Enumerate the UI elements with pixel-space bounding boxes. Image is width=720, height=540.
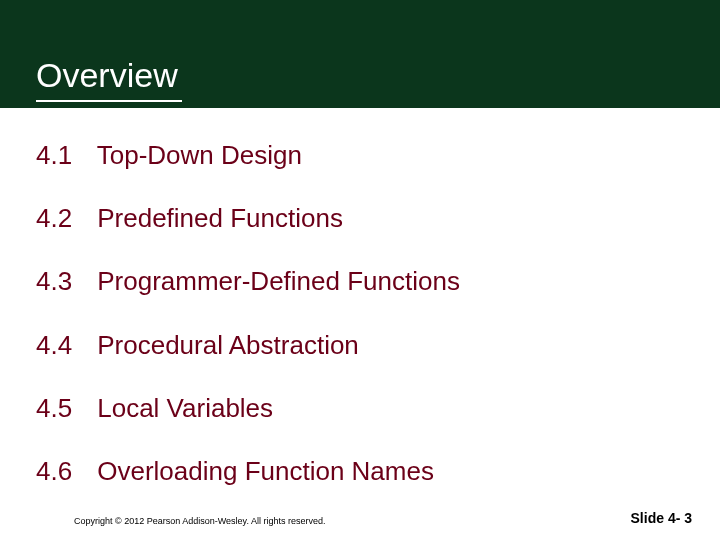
list-item: 4.5 Local Variables — [36, 393, 676, 424]
list-item: 4.6 Overloading Function Names — [36, 456, 676, 487]
footer: Copyright © 2012 Pearson Addison-Wesley.… — [0, 504, 720, 526]
title-underline — [36, 100, 182, 102]
item-number: 4.3 — [36, 266, 90, 297]
item-number: 4.1 — [36, 140, 90, 171]
page-title: Overview — [36, 56, 178, 95]
item-label: Top-Down Design — [97, 140, 302, 170]
item-number: 4.5 — [36, 393, 90, 424]
item-number: 4.6 — [36, 456, 90, 487]
slide-number: Slide 4- 3 — [631, 510, 692, 526]
list-item: 4.1 Top-Down Design — [36, 140, 676, 171]
item-label: Local Variables — [97, 393, 273, 423]
copyright-text: Copyright © 2012 Pearson Addison-Wesley.… — [74, 516, 325, 526]
slide: Overview 4.1 Top-Down Design 4.2 Predefi… — [0, 0, 720, 540]
item-number: 4.2 — [36, 203, 90, 234]
item-label: Overloading Function Names — [97, 456, 434, 486]
item-label: Predefined Functions — [97, 203, 343, 233]
item-label: Programmer-Defined Functions — [97, 266, 460, 296]
header-band: Overview — [0, 0, 720, 108]
item-number: 4.4 — [36, 330, 90, 361]
list-item: 4.2 Predefined Functions — [36, 203, 676, 234]
list-item: 4.3 Programmer-Defined Functions — [36, 266, 676, 297]
list-item: 4.4 Procedural Abstraction — [36, 330, 676, 361]
content-list: 4.1 Top-Down Design 4.2 Predefined Funct… — [36, 140, 676, 519]
item-label: Procedural Abstraction — [97, 330, 359, 360]
